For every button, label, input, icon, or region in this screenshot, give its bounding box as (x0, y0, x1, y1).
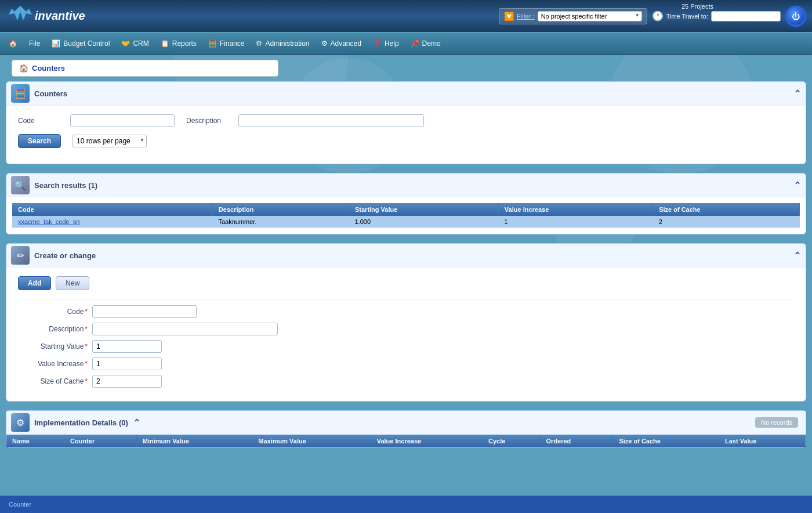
top-bar: invantive 25 Projects 🔽 Filter : No proj… (0, 0, 812, 32)
new-button[interactable]: New (56, 276, 89, 290)
row-value-increase: 1 (498, 216, 652, 228)
demo-icon: 📌 (411, 39, 419, 48)
create-change-header: ✏ Create or change ⌃ (6, 244, 806, 268)
row-size-of-cache: 2 (653, 216, 800, 228)
implementation-details-table: Name Counter Minimum Value Maximum Value… (6, 435, 806, 447)
row-starting-value: 1.000 (349, 216, 498, 228)
row-description: Taaknummer. (212, 216, 349, 228)
create-size-of-cache-label: Size of Cache* (18, 377, 88, 385)
search-results-table: Code Description Starting Value Value In… (12, 203, 800, 228)
rows-per-page-select[interactable]: 10 rows per page 25 rows per page 50 row… (72, 135, 147, 147)
breadcrumb-home-icon: 🏠 (19, 64, 28, 73)
magnifier-icon: 🔍 (14, 180, 26, 191)
time-travel-input[interactable] (711, 11, 781, 21)
implementation-details-header: ⚙ Implementation Details (0) ⌃ No record… (6, 411, 806, 435)
counters-section-icon: 🧮 (11, 84, 30, 103)
filter-icon: 🔽 (504, 12, 514, 21)
projects-count: 25 Projects (682, 3, 713, 10)
nav-item-crm[interactable]: 🤝 CRM (115, 37, 154, 50)
impl-col-ordered: Ordered (540, 435, 613, 447)
search-results-icon: 🔍 (11, 176, 30, 194)
create-change-buttons: Add New (18, 276, 794, 290)
nav-item-budget-control[interactable]: 📊 Budget Control (46, 37, 115, 50)
rows-per-page-wrap: 10 rows per page 25 rows per page 50 row… (72, 135, 147, 147)
size-of-cache-required-star: * (85, 377, 88, 385)
description-input[interactable] (238, 114, 424, 127)
counters-section: 🧮 Counters ⌃ Code Description Search 10 … (6, 81, 806, 164)
create-change-title: Create or change (34, 251, 789, 260)
administration-icon: ⚙ (256, 39, 262, 48)
time-travel-area: 🕐 Time Travel to: (652, 10, 781, 21)
breadcrumb: 🏠 Counters (12, 60, 278, 77)
no-records-badge: No records (755, 417, 798, 428)
search-results-collapse-button[interactable]: ⌃ (793, 180, 801, 191)
filter-select-wrap: No project specific filter (538, 11, 642, 21)
counters-section-title: Counters (34, 89, 789, 98)
counters-collapse-button[interactable]: ⌃ (793, 88, 801, 99)
logo-icon (6, 3, 35, 29)
create-change-icon: ✏ (11, 246, 30, 265)
advanced-icon: ⚙ (321, 39, 328, 48)
calculator-icon: 🧮 (14, 88, 26, 99)
create-value-increase-input[interactable] (92, 357, 162, 370)
crm-label: CRM (133, 39, 148, 48)
search-results-title: Search results (1) (34, 181, 789, 190)
create-change-form: Add New Code* Description* Starting Valu… (6, 268, 806, 401)
row-code[interactable]: xxacme_tak_code_sn (12, 216, 212, 228)
form-divider (18, 299, 794, 299)
add-button[interactable]: Add (18, 276, 51, 290)
table-row[interactable]: xxacme_tak_code_sn Taaknummer. 1.000 1 2 (12, 216, 800, 228)
nav-item-reports[interactable]: 📋 Reports (155, 37, 202, 50)
impl-col-value-increase: Value Increase (371, 435, 482, 447)
create-code-row: Code* (18, 305, 794, 318)
reports-icon: 📋 (161, 39, 169, 48)
nav-item-home[interactable]: 🏠 (3, 37, 23, 50)
finance-label: Finance (220, 39, 245, 48)
nav-item-help[interactable]: ❓ Help (367, 37, 405, 50)
implementation-details-section: ⚙ Implementation Details (0) ⌃ No record… (6, 410, 806, 448)
starting-value-required-star: * (85, 342, 88, 351)
code-label: Code (18, 117, 59, 125)
create-starting-value-input[interactable] (92, 340, 162, 353)
impl-col-size-of-cache: Size of Cache (613, 435, 719, 447)
filter-label[interactable]: Filter : (517, 13, 535, 20)
nav-item-administration[interactable]: ⚙ Administration (250, 37, 315, 50)
create-value-increase-label: Value Increase* (18, 360, 88, 368)
budget-label: Budget Control (63, 39, 110, 48)
implementation-details-collapse-button[interactable]: ⌃ (133, 417, 140, 428)
search-form-row-1: Code Description (18, 114, 794, 127)
svg-marker-0 (9, 6, 32, 20)
create-size-of-cache-input[interactable] (92, 375, 162, 388)
budget-icon: 📊 (52, 39, 60, 48)
create-description-input[interactable] (92, 323, 278, 335)
impl-table-header-row: Name Counter Minimum Value Maximum Value… (6, 435, 806, 447)
col-header-size-of-cache: Size of Cache (653, 203, 800, 216)
administration-label: Administration (265, 39, 309, 48)
nav-item-finance[interactable]: 🧮 Finance (202, 37, 251, 50)
filter-area: 🔽 Filter : No project specific filter (499, 8, 647, 24)
nav-item-advanced[interactable]: ⚙ Advanced (316, 37, 367, 50)
search-button[interactable]: Search (18, 134, 61, 148)
main-content: 🏠 Counters 🧮 Counters ⌃ Code Description… (0, 60, 812, 483)
demo-label: Demo (422, 39, 441, 48)
create-code-input[interactable] (92, 305, 197, 318)
create-value-increase-row: Value Increase* (18, 357, 794, 370)
implementation-details-icon: ⚙ (11, 413, 30, 432)
description-required-star: * (85, 325, 88, 333)
reports-label: Reports (172, 39, 197, 48)
code-required-star: * (85, 308, 88, 316)
power-button[interactable]: ⏻ (785, 6, 806, 27)
logo-text: invantive (35, 9, 85, 23)
bottom-counter-label: Counter (6, 501, 34, 508)
search-results-section: 🔍 Search results (1) ⌃ Code Description … (6, 173, 806, 234)
counters-search-form: Code Description Search 10 rows per page… (6, 106, 806, 164)
code-input[interactable] (70, 114, 175, 127)
filter-select[interactable]: No project specific filter (538, 11, 642, 21)
create-change-collapse-button[interactable]: ⌃ (793, 250, 801, 261)
search-form-row-2: Search 10 rows per page 25 rows per page… (18, 134, 794, 148)
create-size-of-cache-row: Size of Cache* (18, 375, 794, 388)
create-description-row: Description* (18, 323, 794, 335)
nav-item-file[interactable]: File (23, 37, 46, 50)
nav-item-demo[interactable]: 📌 Demo (405, 37, 447, 50)
col-header-code: Code (12, 203, 212, 216)
